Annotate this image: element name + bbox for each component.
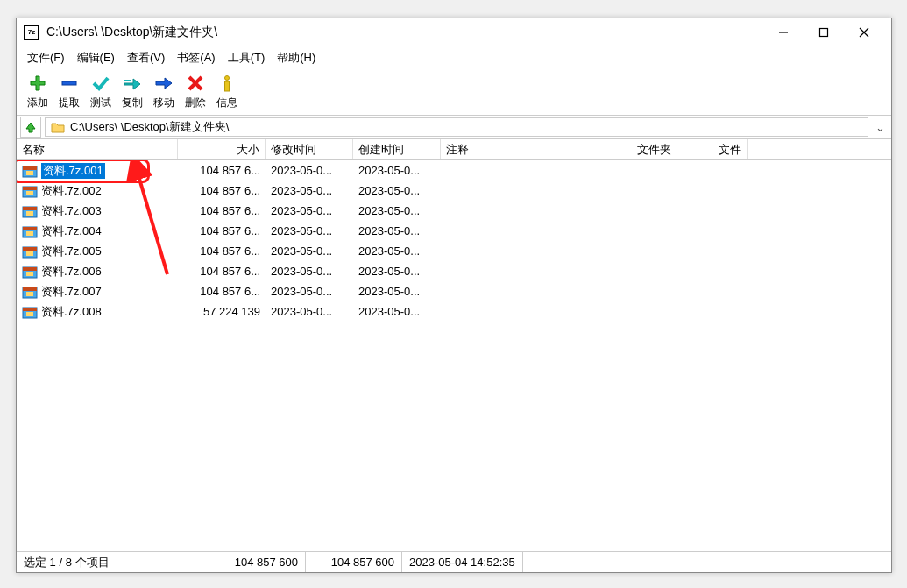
archive-icon bbox=[22, 204, 38, 218]
header-folders[interactable]: 文件夹 bbox=[563, 139, 677, 159]
file-name: 资料.7z.008 bbox=[41, 304, 102, 320]
window-title: C:\Users\ \Desktop\新建文件夹\ bbox=[46, 25, 763, 40]
file-name: 资料.7z.002 bbox=[41, 183, 102, 199]
copy-button[interactable]: 复制 bbox=[117, 71, 148, 112]
file-size: 57 224 139 bbox=[178, 303, 266, 320]
folder-icon bbox=[49, 118, 67, 136]
svg-rect-18 bbox=[26, 231, 33, 236]
file-size: 104 857 6... bbox=[178, 182, 266, 199]
file-name: 资料.7z.004 bbox=[41, 223, 102, 239]
file-row[interactable]: 资料.7z.003104 857 6...2023-05-0...2023-05… bbox=[17, 201, 891, 221]
pathbar: C:\Users\ \Desktop\新建文件夹\ ⌄ bbox=[17, 115, 891, 139]
file-modified: 2023-05-0... bbox=[266, 283, 353, 300]
file-row[interactable]: 资料.7z.002104 857 6...2023-05-0...2023-05… bbox=[17, 181, 891, 201]
svg-rect-1 bbox=[820, 28, 828, 36]
svg-rect-4 bbox=[62, 81, 76, 85]
extract-button[interactable]: 提取 bbox=[53, 71, 85, 112]
menu-edit[interactable]: 编辑(E) bbox=[72, 47, 120, 68]
svg-rect-15 bbox=[26, 211, 33, 216]
file-row[interactable]: 资料.7z.001104 857 6...2023-05-0...2023-05… bbox=[17, 160, 891, 181]
toolbar: 添加 提取 测试 复制 移动 bbox=[17, 69, 891, 115]
maximize-button[interactable] bbox=[804, 19, 844, 46]
header-comment[interactable]: 注释 bbox=[441, 139, 563, 159]
svg-rect-29 bbox=[23, 308, 37, 311]
delete-x-icon bbox=[185, 73, 206, 94]
up-button[interactable] bbox=[20, 117, 41, 138]
file-size: 104 857 6... bbox=[178, 223, 266, 239]
delete-button[interactable]: 删除 bbox=[180, 71, 211, 112]
svg-rect-30 bbox=[26, 312, 33, 316]
svg-rect-17 bbox=[23, 227, 37, 230]
svg-rect-23 bbox=[23, 267, 37, 271]
file-row[interactable]: 资料.7z.00857 224 1392023-05-0...2023-05-0… bbox=[17, 301, 891, 322]
archive-icon bbox=[22, 244, 38, 259]
menu-tools[interactable]: 工具(T) bbox=[223, 47, 271, 68]
svg-rect-12 bbox=[26, 191, 33, 195]
svg-rect-27 bbox=[26, 292, 33, 296]
statusbar: 选定 1 / 8 个项目 104 857 600 104 857 600 202… bbox=[17, 551, 891, 572]
file-created: 2023-05-0... bbox=[353, 243, 441, 259]
file-modified: 2023-05-0... bbox=[266, 223, 353, 239]
move-arrow-icon bbox=[153, 73, 174, 94]
file-created: 2023-05-0... bbox=[353, 202, 441, 219]
file-name: 资料.7z.003 bbox=[41, 203, 102, 219]
archive-icon bbox=[22, 305, 38, 319]
header-created[interactable]: 创建时间 bbox=[353, 139, 441, 159]
svg-rect-11 bbox=[23, 187, 37, 190]
file-row[interactable]: 资料.7z.007104 857 6...2023-05-0...2023-05… bbox=[17, 281, 891, 301]
path-dropdown[interactable]: ⌄ bbox=[872, 121, 888, 134]
column-headers: 名称 大小 修改时间 创建时间 注释 文件夹 文件 bbox=[17, 139, 891, 160]
minimize-button[interactable] bbox=[763, 19, 804, 46]
file-row[interactable]: 资料.7z.006104 857 6...2023-05-0...2023-05… bbox=[17, 261, 891, 281]
header-files[interactable]: 文件 bbox=[677, 139, 748, 159]
file-modified: 2023-05-0... bbox=[266, 303, 353, 320]
path-input[interactable]: C:\Users\ \Desktop\新建文件夹\ bbox=[45, 117, 868, 137]
titlebar: 7z C:\Users\ \Desktop\新建文件夹\ bbox=[17, 18, 891, 46]
menu-help[interactable]: 帮助(H) bbox=[272, 47, 321, 68]
file-modified: 2023-05-0... bbox=[266, 202, 353, 219]
up-arrow-icon bbox=[24, 120, 38, 134]
file-row[interactable]: 资料.7z.005104 857 6...2023-05-0...2023-05… bbox=[17, 241, 891, 261]
file-created: 2023-05-0... bbox=[353, 223, 441, 239]
info-button[interactable]: 信息 bbox=[211, 71, 243, 112]
status-size-1: 104 857 600 bbox=[209, 552, 306, 572]
menu-bookmarks[interactable]: 书签(A) bbox=[172, 47, 220, 68]
svg-point-5 bbox=[225, 76, 230, 81]
add-button[interactable]: 添加 bbox=[22, 71, 53, 112]
app-window: 7z C:\Users\ \Desktop\新建文件夹\ 文件(F) 编辑(E)… bbox=[16, 18, 892, 573]
file-name: 资料.7z.005 bbox=[41, 244, 102, 259]
archive-icon bbox=[22, 184, 38, 198]
svg-rect-9 bbox=[26, 171, 33, 175]
file-row[interactable]: 资料.7z.004104 857 6...2023-05-0...2023-05… bbox=[17, 221, 891, 241]
file-created: 2023-05-0... bbox=[353, 162, 441, 179]
menu-file[interactable]: 文件(F) bbox=[22, 47, 70, 68]
header-size[interactable]: 大小 bbox=[178, 139, 266, 159]
svg-rect-6 bbox=[225, 81, 230, 91]
file-name: 资料.7z.007 bbox=[41, 284, 102, 300]
file-modified: 2023-05-0... bbox=[266, 182, 353, 199]
plus-icon bbox=[27, 73, 48, 94]
info-icon bbox=[216, 73, 237, 94]
menubar: 文件(F) 编辑(E) 查看(V) 书签(A) 工具(T) 帮助(H) bbox=[17, 46, 891, 69]
archive-icon bbox=[22, 285, 38, 299]
minus-icon bbox=[59, 73, 80, 94]
file-modified: 2023-05-0... bbox=[266, 263, 353, 280]
svg-rect-20 bbox=[23, 247, 37, 251]
archive-icon bbox=[22, 164, 38, 178]
move-button[interactable]: 移动 bbox=[148, 71, 180, 112]
test-button[interactable]: 测试 bbox=[85, 71, 117, 112]
close-button[interactable] bbox=[844, 19, 884, 46]
header-modified[interactable]: 修改时间 bbox=[266, 139, 353, 159]
header-name[interactable]: 名称 bbox=[17, 139, 178, 159]
file-list[interactable]: 资料.7z.001104 857 6...2023-05-0...2023-05… bbox=[17, 160, 891, 551]
archive-icon bbox=[22, 265, 38, 279]
file-size: 104 857 6... bbox=[178, 202, 266, 219]
file-created: 2023-05-0... bbox=[353, 263, 441, 280]
menu-view[interactable]: 查看(V) bbox=[122, 47, 170, 68]
copy-arrow-icon bbox=[122, 73, 143, 94]
status-datetime: 2023-05-04 14:52:35 bbox=[402, 552, 523, 572]
file-modified: 2023-05-0... bbox=[266, 243, 353, 259]
svg-rect-26 bbox=[23, 287, 37, 291]
archive-icon bbox=[22, 224, 38, 238]
file-created: 2023-05-0... bbox=[353, 283, 441, 300]
